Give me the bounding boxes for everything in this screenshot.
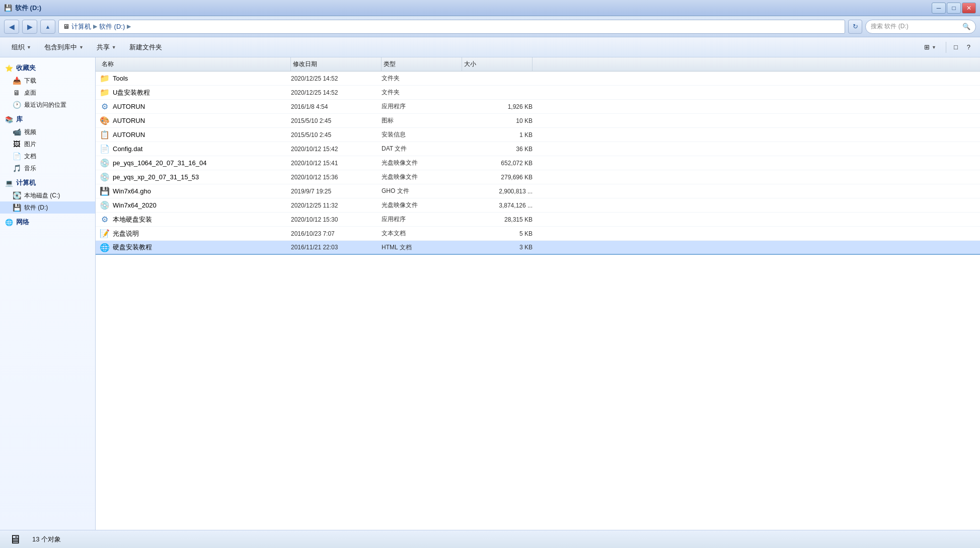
help-button[interactable]: ?	[963, 40, 974, 54]
status-bar: 🖥 13 个对象	[0, 530, 980, 548]
picture-label: 图片	[24, 140, 36, 149]
file-type-cell: 光盘映像文件	[382, 159, 462, 167]
breadcrumb-drive[interactable]: 软件 (D:)	[99, 22, 125, 31]
table-row[interactable]: 🌐 硬盘安装教程 2016/11/21 22:03 HTML 文档 3 KB	[96, 241, 980, 255]
search-box[interactable]: 搜索 软件 (D:) 🔍	[865, 20, 976, 34]
file-date-cell: 2015/5/10 2:45	[291, 117, 382, 124]
file-name-text: 硬盘安装教程	[113, 243, 152, 252]
file-date-cell: 2015/5/10 2:45	[291, 131, 382, 139]
file-name-cell: 💿 Win7x64_2020	[100, 200, 291, 211]
file-list[interactable]: 📁 Tools 2020/12/25 14:52 文件夹 📁 U盘安装教程 20…	[96, 72, 980, 530]
view-icon: ⊞	[924, 43, 930, 51]
breadcrumb[interactable]: 🖥 计算机 ▶ 软件 (D:) ▶	[58, 20, 845, 34]
table-row[interactable]: 💿 Win7x64_2020 2020/12/25 11:32 光盘映像文件 3…	[96, 198, 980, 213]
sidebar-item-download[interactable]: 📥 下载	[0, 75, 95, 87]
breadcrumb-computer[interactable]: 计算机	[71, 22, 91, 31]
sidebar-header-network[interactable]: 🌐 网络	[0, 216, 95, 229]
maximize-button[interactable]: □	[947, 3, 961, 14]
file-name-cell: 📁 U盘安装教程	[100, 88, 291, 98]
title-bar-left: 💾 软件 (D:)	[4, 4, 41, 13]
file-type-icon: 📁	[100, 74, 110, 84]
recent-icon: 🕐	[12, 100, 21, 109]
file-name-text: 光盘说明	[113, 229, 139, 238]
network-label: 网络	[16, 218, 29, 227]
table-row[interactable]: 🎨 AUTORUN 2015/5/10 2:45 图标 10 KB	[96, 114, 980, 128]
organize-label: 组织	[12, 43, 25, 52]
sidebar-item-document[interactable]: 📄 文档	[0, 150, 95, 162]
refresh-button[interactable]: ↻	[848, 20, 862, 34]
file-type-cell: 文本文档	[382, 229, 462, 238]
sidebar-header-library[interactable]: 📚 库	[0, 113, 95, 126]
table-row[interactable]: 💿 pe_yqs_xp_20_07_31_15_53 2020/10/12 15…	[96, 170, 980, 184]
search-placeholder: 搜索 软件 (D:)	[871, 22, 909, 31]
table-row[interactable]: ⚙ AUTORUN 2016/1/8 4:54 应用程序 1,926 KB	[96, 100, 980, 114]
breadcrumb-sep-2: ▶	[127, 23, 131, 30]
col-header-size[interactable]: 大小	[462, 57, 533, 71]
close-button[interactable]: ✕	[962, 3, 976, 14]
download-icon: 📥	[12, 76, 21, 85]
sidebar-item-picture[interactable]: 🖼 图片	[0, 138, 95, 150]
file-date-cell: 2020/12/25 14:52	[291, 75, 382, 82]
table-row[interactable]: 💾 Win7x64.gho 2019/9/7 19:25 GHO 文件 2,90…	[96, 184, 980, 198]
col-header-date[interactable]: 修改日期	[291, 57, 382, 71]
local-c-label: 本地磁盘 (C:)	[24, 191, 60, 200]
organize-button[interactable]: 组织 ▼	[6, 40, 37, 54]
favorites-label: 收藏夹	[16, 63, 36, 73]
file-type-icon: 💾	[100, 186, 110, 196]
local-c-icon: 💽	[12, 191, 21, 200]
library-header-icon: 📚	[5, 116, 13, 123]
share-label: 共享	[97, 43, 110, 52]
title-bar: 💾 软件 (D:) ─ □ ✕	[0, 0, 980, 16]
table-row[interactable]: 📝 光盘说明 2016/10/23 7:07 文本文档 5 KB	[96, 227, 980, 241]
col-header-type[interactable]: 类型	[382, 57, 462, 71]
file-date-cell: 2020/12/25 11:32	[291, 202, 382, 209]
file-name-cell: 📁 Tools	[100, 74, 291, 84]
view-button[interactable]: ⊞ ▼	[919, 40, 942, 54]
sidebar-item-local-d[interactable]: 💾 软件 (D:)	[0, 201, 95, 214]
sidebar-header-favorites[interactable]: ⭐ 收藏夹	[0, 61, 95, 75]
title-bar-controls: ─ □ ✕	[932, 3, 976, 14]
breadcrumb-sep-1: ▶	[93, 23, 97, 30]
sidebar-item-music[interactable]: 🎵 音乐	[0, 162, 95, 174]
sidebar-item-recent[interactable]: 🕐 最近访问的位置	[0, 99, 95, 111]
up-button[interactable]: ▲	[40, 20, 55, 34]
library-button[interactable]: 包含到库中 ▼	[39, 40, 89, 54]
table-row[interactable]: 💿 pe_yqs_1064_20_07_31_16_04 2020/10/12 …	[96, 156, 980, 170]
main-layout: ⭐ 收藏夹 📥 下载 🖥 桌面 🕐 最近访问的位置 📚 库	[0, 57, 980, 530]
file-size-cell: 36 KB	[462, 146, 533, 153]
sidebar-header-computer[interactable]: 💻 计算机	[0, 176, 95, 189]
file-type-cell: 光盘映像文件	[382, 201, 462, 210]
file-date-cell: 2020/10/12 15:30	[291, 216, 382, 223]
back-button[interactable]: ◀	[4, 20, 19, 34]
share-button[interactable]: 共享 ▼	[91, 40, 122, 54]
file-type-cell: 应用程序	[382, 102, 462, 111]
computer-label: 计算机	[16, 178, 36, 187]
sidebar-item-desktop[interactable]: 🖥 桌面	[0, 87, 95, 99]
file-date-cell: 2019/9/7 19:25	[291, 188, 382, 195]
sidebar-section-computer: 💻 计算机 💽 本地磁盘 (C:) 💾 软件 (D:)	[0, 176, 95, 214]
table-row[interactable]: ⚙ 本地硬盘安装 2020/10/12 15:30 应用程序 28,315 KB	[96, 213, 980, 227]
new-folder-button[interactable]: 新建文件夹	[124, 40, 168, 54]
table-row[interactable]: 📋 AUTORUN 2015/5/10 2:45 安装信息 1 KB	[96, 128, 980, 142]
video-icon: 📹	[12, 127, 21, 136]
col-header-name[interactable]: 名称	[100, 57, 291, 71]
preview-button[interactable]: □	[950, 40, 961, 54]
sidebar-item-video[interactable]: 📹 视频	[0, 126, 95, 138]
forward-button[interactable]: ▶	[22, 20, 37, 34]
file-name-cell: 📋 AUTORUN	[100, 130, 291, 140]
toolbar-divider	[946, 42, 946, 53]
file-name-cell: ⚙ AUTORUN	[100, 102, 291, 112]
table-row[interactable]: 📄 Config.dat 2020/10/12 15:42 DAT 文件 36 …	[96, 142, 980, 156]
minimize-button[interactable]: ─	[932, 3, 946, 14]
sidebar-section-library: 📚 库 📹 视频 🖼 图片 📄 文档 🎵 音乐	[0, 113, 95, 174]
breadcrumb-computer-icon: 🖥	[63, 23, 69, 30]
recent-label: 最近访问的位置	[24, 101, 66, 109]
file-size-cell: 10 KB	[462, 117, 533, 124]
sidebar-item-local-c[interactable]: 💽 本地磁盘 (C:)	[0, 189, 95, 201]
file-type-cell: 应用程序	[382, 215, 462, 224]
table-row[interactable]: 📁 U盘安装教程 2020/12/25 14:52 文件夹	[96, 86, 980, 100]
file-name-text: AUTORUN	[113, 117, 145, 124]
computer-header-icon: 💻	[5, 179, 13, 187]
video-label: 视频	[24, 128, 36, 136]
table-row[interactable]: 📁 Tools 2020/12/25 14:52 文件夹	[96, 72, 980, 86]
